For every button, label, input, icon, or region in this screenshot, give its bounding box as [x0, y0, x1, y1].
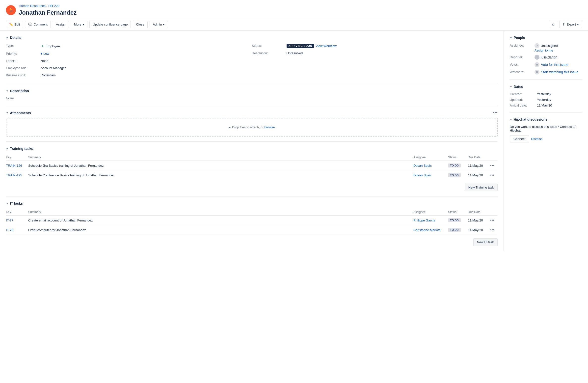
updated-label: Updated: — [510, 98, 537, 102]
created-label: Created: — [510, 92, 537, 96]
task-key-link[interactable]: TRAIN-125 — [6, 173, 22, 177]
page-header: 🏃 Human Resources / HR-220 Jonathan Fern… — [0, 0, 588, 18]
task-more-icon[interactable]: ••• — [490, 218, 494, 222]
chevron-down-icon: ▾ — [577, 23, 579, 26]
chevron-down-icon: ▼ — [6, 202, 8, 205]
reporter-label: Reporter: — [510, 55, 535, 60]
watchers-label: Watchers: — [510, 70, 535, 75]
export-button[interactable]: ⬆ Export ▾ — [559, 21, 582, 28]
description-section-header[interactable]: ▼ Description — [6, 89, 498, 93]
resolution-label: Resolution: — [252, 51, 287, 56]
hipchat-connect-button[interactable]: Connect — [510, 135, 529, 142]
people-section-header[interactable]: ▼ People — [510, 36, 582, 40]
it-tasks-header[interactable]: ▼ IT tasks — [6, 201, 498, 205]
task-more-icon[interactable]: ••• — [490, 228, 494, 232]
left-panel: ▼ Details Type: ＋ Employee Priority: ▾ — [0, 31, 504, 251]
employee-role-value: Account Manager — [41, 65, 252, 71]
comment-button[interactable]: 💬 Comment — [25, 21, 51, 28]
task-key-link[interactable]: TRAIN-126 — [6, 164, 22, 167]
it-col-status: Status — [448, 209, 468, 216]
it-col-duedate: Due Date — [468, 209, 490, 216]
status-badge: TO DO — [448, 228, 461, 232]
more-button[interactable]: More ▾ — [71, 21, 88, 28]
view-workflow-link[interactable]: View Workflow — [316, 44, 337, 48]
browse-link[interactable]: browse. — [264, 125, 276, 129]
hipchat-section-header[interactable]: ▼ Hipchat discussions — [510, 117, 582, 121]
task-key-link[interactable]: IT-76 — [6, 228, 13, 232]
attachments-header: ▼ Attachments ••• — [6, 110, 498, 115]
task-assignee-link[interactable]: Philippe Garcia — [413, 219, 435, 222]
edit-icon: ✏️ — [9, 23, 13, 26]
attachments-more-icon[interactable]: ••• — [493, 110, 498, 115]
avatar-question: ? — [535, 43, 539, 48]
admin-button[interactable]: Admin ▾ — [150, 21, 168, 28]
chevron-down-icon: ▾ — [163, 23, 165, 26]
status-badge: TO DO — [448, 173, 461, 177]
close-button[interactable]: Close — [133, 21, 147, 28]
share-icon: ⎋ — [552, 23, 554, 26]
vote-count: 0 — [535, 62, 539, 67]
assignee-row: Assignee: ? Unassigned Assign to me — [510, 43, 582, 52]
edit-button[interactable]: ✏️ Edit — [6, 21, 23, 28]
dates-grid: Created: Yesterday Updated: Yesterday Ar… — [510, 92, 582, 107]
business-unit-label: Business unit: — [6, 73, 41, 78]
hipchat-description: Do you want to discuss this issue? Conne… — [510, 125, 582, 132]
watchers-count: 0 — [535, 70, 539, 75]
update-confluence-button[interactable]: Update confluence page — [89, 21, 131, 28]
assignee-label: Assignee: — [510, 43, 535, 52]
task-assignee-link[interactable]: Dusan Spaic — [413, 173, 432, 177]
type-value: ＋ Employee — [41, 43, 252, 49]
task-duedate: 11/May/20 — [468, 225, 490, 235]
task-more-icon[interactable]: ••• — [490, 173, 494, 177]
training-tasks-header[interactable]: ▼ Training tasks — [6, 147, 498, 151]
dates-section-header[interactable]: ▼ Dates — [510, 85, 582, 89]
chevron-down-icon: ▾ — [82, 23, 84, 26]
updated-value: Yesterday — [537, 98, 582, 102]
dates-section: ▼ Dates Created: Yesterday Updated: Yest… — [510, 85, 582, 107]
assign-button[interactable]: Assign — [53, 21, 69, 28]
description-section: ▼ Description None — [6, 89, 498, 100]
assign-to-me-link[interactable]: Assign to me — [535, 49, 558, 52]
task-assignee-link[interactable]: Dusan Spaic — [413, 164, 432, 167]
task-assignee: Philippe Garcia — [413, 216, 448, 225]
task-key-link[interactable]: IT-77 — [6, 219, 13, 222]
chevron-down-icon: ▼ — [510, 36, 512, 39]
drop-zone[interactable]: ☁ Drop files to attach, or browse. — [6, 118, 498, 137]
new-training-task-button[interactable]: New Training task — [465, 184, 498, 191]
task-more-icon[interactable]: ••• — [490, 163, 494, 167]
table-row: IT-77 Create email account of Jonathan F… — [6, 216, 498, 225]
task-summary: Create email account of Jonathan Fernand… — [28, 216, 413, 225]
hipchat-dismiss-button[interactable]: Dismiss — [531, 135, 542, 142]
attachments-section-header[interactable]: ▼ Attachments — [6, 111, 31, 115]
task-assignee: Dusan Spaic — [413, 170, 448, 180]
details-row: Type: ＋ Employee Priority: ▾ Low Labels:… — [6, 43, 498, 79]
breadcrumb-issue[interactable]: HR-220 — [48, 4, 59, 8]
task-status: TO DO — [448, 225, 468, 235]
vote-link[interactable]: Vote for this issue — [541, 63, 568, 67]
people-section: ▼ People Assignee: ? Unassigned Assign t… — [510, 36, 582, 75]
share-button[interactable]: ⎋ — [549, 21, 557, 28]
votes-value: 0 Vote for this issue — [535, 62, 568, 67]
status-label: Status: — [252, 43, 287, 49]
toolbar-right: ⎋ ⬆ Export ▾ — [549, 21, 582, 28]
task-summary: Order computer for Jonathan Fernandez — [28, 225, 413, 235]
watch-link[interactable]: Start watching this issue — [541, 70, 578, 74]
project-logo: 🏃 — [6, 5, 16, 15]
assignee-value: ? Unassigned Assign to me — [535, 43, 558, 52]
table-row: IT-76 Order computer for Jonathan Fernan… — [6, 225, 498, 235]
task-assignee-link[interactable]: Christophe Merlotti — [413, 228, 440, 232]
breadcrumb-project[interactable]: Human Resources — [19, 4, 46, 8]
table-row: TRAIN-125 Schedule Confluence Basics tra… — [6, 170, 498, 180]
new-it-task-wrap: New IT task — [6, 238, 498, 246]
description-text: None — [6, 96, 498, 100]
training-col-summary: Summary — [28, 154, 413, 161]
new-it-task-button[interactable]: New IT task — [473, 238, 498, 246]
training-col-actions — [490, 154, 498, 161]
details-section-header[interactable]: ▼ Details — [6, 36, 498, 40]
labels-label: Labels: — [6, 58, 41, 63]
task-actions: ••• — [490, 161, 498, 170]
training-tasks-section: ▼ Training tasks Key Summary Assignee St… — [6, 147, 498, 191]
breadcrumb-separator: / — [47, 4, 48, 8]
task-assignee: Christophe Merlotti — [413, 225, 448, 235]
training-col-assignee: Assignee — [413, 154, 448, 161]
